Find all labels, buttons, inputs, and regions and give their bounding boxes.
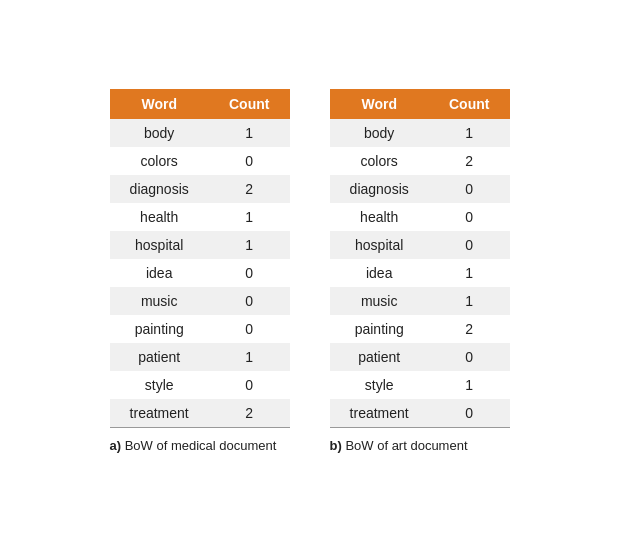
table-b-header-count: Count (429, 89, 510, 119)
table-cell-word: idea (110, 259, 209, 287)
table-cell-word: patient (330, 343, 429, 371)
table-cell-word: diagnosis (110, 175, 209, 203)
table-row: hospital0 (330, 231, 510, 259)
table-cell-count: 1 (209, 231, 290, 259)
table-cell-word: style (110, 371, 209, 399)
table-cell-count: 0 (209, 315, 290, 343)
table-b: Word Count body1colors2diagnosis0health0… (330, 89, 510, 428)
table-cell-count: 0 (429, 175, 510, 203)
table-row: diagnosis2 (110, 175, 290, 203)
table-a-header-word: Word (110, 89, 209, 119)
table-cell-count: 0 (209, 371, 290, 399)
table-row: diagnosis0 (330, 175, 510, 203)
table-cell-count: 1 (429, 119, 510, 147)
table-cell-word: idea (330, 259, 429, 287)
table-cell-count: 0 (429, 203, 510, 231)
table-cell-count: 0 (429, 231, 510, 259)
table-cell-word: music (330, 287, 429, 315)
table-row: style0 (110, 371, 290, 399)
table-row: health1 (110, 203, 290, 231)
table-row: idea0 (110, 259, 290, 287)
table-cell-count: 0 (429, 343, 510, 371)
table-row: painting0 (110, 315, 290, 343)
table-row: treatment0 (330, 399, 510, 428)
table-cell-word: hospital (330, 231, 429, 259)
table-a-caption: a) BoW of medical document (110, 438, 277, 453)
table-row: idea1 (330, 259, 510, 287)
table-cell-word: health (330, 203, 429, 231)
table-a: Word Count body1colors0diagnosis2health1… (110, 89, 290, 428)
table-cell-count: 1 (209, 343, 290, 371)
table-a-caption-text: BoW of medical document (125, 438, 277, 453)
table-cell-word: colors (110, 147, 209, 175)
table-cell-word: body (110, 119, 209, 147)
tables-container: Word Count body1colors0diagnosis2health1… (110, 89, 510, 453)
table-cell-count: 1 (429, 287, 510, 315)
table-cell-count: 2 (429, 147, 510, 175)
table-row: patient1 (110, 343, 290, 371)
table-cell-word: treatment (110, 399, 209, 428)
table-cell-count: 0 (429, 399, 510, 428)
table-b-caption-text: BoW of art document (345, 438, 467, 453)
table-cell-count: 1 (209, 203, 290, 231)
table-cell-count: 0 (209, 259, 290, 287)
table-row: painting2 (330, 315, 510, 343)
table-row: music1 (330, 287, 510, 315)
table-cell-word: treatment (330, 399, 429, 428)
table-cell-word: body (330, 119, 429, 147)
table-cell-count: 0 (209, 147, 290, 175)
table-cell-count: 1 (209, 119, 290, 147)
table-cell-word: style (330, 371, 429, 399)
table-row: patient0 (330, 343, 510, 371)
table-cell-count: 2 (209, 175, 290, 203)
table-row: colors2 (330, 147, 510, 175)
table-cell-word: music (110, 287, 209, 315)
table-b-header-word: Word (330, 89, 429, 119)
table-row: music0 (110, 287, 290, 315)
table-cell-word: painting (110, 315, 209, 343)
table-row: health0 (330, 203, 510, 231)
table-cell-word: patient (110, 343, 209, 371)
table-cell-count: 2 (209, 399, 290, 428)
table-cell-count: 2 (429, 315, 510, 343)
table-row: style1 (330, 371, 510, 399)
table-b-section: Word Count body1colors2diagnosis0health0… (330, 89, 510, 453)
table-cell-count: 1 (429, 259, 510, 287)
table-row: colors0 (110, 147, 290, 175)
table-cell-count: 1 (429, 371, 510, 399)
table-cell-count: 0 (209, 287, 290, 315)
table-a-caption-label: a) (110, 438, 122, 453)
table-cell-word: hospital (110, 231, 209, 259)
table-a-section: Word Count body1colors0diagnosis2health1… (110, 89, 290, 453)
table-row: hospital1 (110, 231, 290, 259)
table-b-caption-label: b) (330, 438, 342, 453)
table-row: body1 (110, 119, 290, 147)
table-cell-word: colors (330, 147, 429, 175)
table-cell-word: health (110, 203, 209, 231)
table-a-header-count: Count (209, 89, 290, 119)
table-cell-word: painting (330, 315, 429, 343)
table-row: treatment2 (110, 399, 290, 428)
table-cell-word: diagnosis (330, 175, 429, 203)
table-row: body1 (330, 119, 510, 147)
table-b-caption: b) BoW of art document (330, 438, 468, 453)
